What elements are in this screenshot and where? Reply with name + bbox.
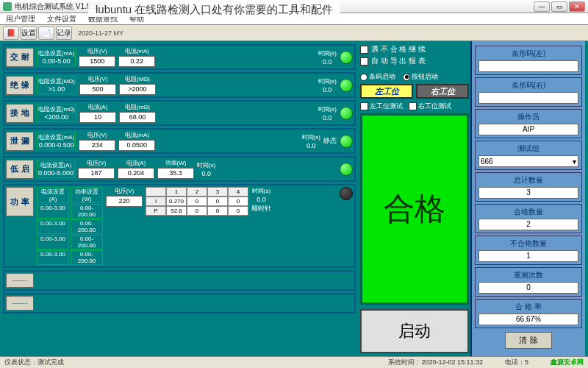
right-station-button[interactable]: 右工位 xyxy=(416,84,469,99)
test-rows-panel: 交 耐 电流设置(mA)0.00-5.00 电压(V)1500 电流(mA)0.… xyxy=(0,41,359,356)
row-jueyuan: 绝 缘 电阻设置(MΩ)>1.00 电压(V)500 电阻(MΩ)>2000 时… xyxy=(3,72,356,98)
row-xielou: 泄 漏 电流设置(mA)0.000-0.500 电压(V)234 电流(mA)0… xyxy=(3,128,356,154)
row-jiaonai: 交 耐 电流设置(mA)0.00-5.00 电压(V)1500 电流(mA)0.… xyxy=(3,44,356,70)
tool-book-icon[interactable]: 📕 xyxy=(3,26,19,40)
barcode-right-input[interactable] xyxy=(478,92,578,104)
statusbar: 仪表状态：测试完成 系统时间：2020-12-02 15:11:32 电话：5 … xyxy=(0,356,588,368)
app-icon xyxy=(3,2,12,11)
status-led-icon xyxy=(340,187,353,200)
barcode-left-input[interactable] xyxy=(478,60,578,72)
row-diqi: 低 启 电流设置(A)0.000-5.000 电压(V)187 电流(A)0.2… xyxy=(3,156,356,182)
toolbar-date: 2020-11-27 MY xyxy=(78,29,123,37)
row-placeholder: ------ xyxy=(3,270,356,291)
menu-user[interactable]: 用户管理 xyxy=(0,14,41,24)
pass-count: 2 xyxy=(478,219,578,230)
menu-file[interactable]: 文件设置 xyxy=(41,14,82,24)
tool-doc-icon[interactable]: 📄 xyxy=(38,26,54,40)
status-led-icon xyxy=(340,79,353,92)
clear-button[interactable]: 清 除 xyxy=(505,332,551,349)
current-value: 0.22 xyxy=(118,56,155,67)
start-button[interactable]: 启动 xyxy=(360,309,469,353)
checkbox-right-test[interactable] xyxy=(409,102,417,110)
checkbox-left-test[interactable] xyxy=(360,102,368,110)
checkbox-export[interactable] xyxy=(360,57,368,66)
result-display: 合格 xyxy=(360,113,469,305)
row-gonglv: 功 率 电流设置(A)功率设置(W) 0.00-3.000.00-200.00 … xyxy=(3,184,356,268)
tool-record-button[interactable]: 记录 xyxy=(56,26,72,40)
phone: 电话：5 xyxy=(505,358,528,367)
row-jiedi: 接 地 电阻设置(mΩ)<200.00 电流(A)10 电阻(mΩ)68.00 … xyxy=(3,100,356,126)
chevron-down-icon: ▾ xyxy=(573,158,576,166)
radio-barcode-start[interactable] xyxy=(360,74,368,81)
row-placeholder: ------ xyxy=(3,293,356,314)
status-led-icon xyxy=(340,51,353,64)
close-button[interactable]: ✕ xyxy=(569,1,585,12)
radio-button-start[interactable] xyxy=(403,74,410,81)
tool-settings-button[interactable]: 设置 xyxy=(21,26,37,40)
status-led-icon xyxy=(340,135,353,148)
maximize-button[interactable]: ▭ xyxy=(551,1,567,12)
minimize-button[interactable]: — xyxy=(534,1,550,12)
retest-count: 0 xyxy=(478,282,578,294)
fail-count: 1 xyxy=(478,250,578,262)
control-panel: 遇 不 合 格 继 续 自 动 导 出 报 表 条码启动 按钮启动 左工位 右工… xyxy=(359,41,470,356)
toolbar: 📕 设置 📄 记录 2020-11-27 MY xyxy=(0,25,588,41)
operator-value: AIP xyxy=(478,124,578,135)
power-grid: 1234 I0.270000 P52.8000 xyxy=(146,187,248,216)
watermark: 鑫源安卓网 xyxy=(551,358,584,367)
left-station-button[interactable]: 左工位 xyxy=(360,84,413,99)
test-group-select[interactable]: 666▾ xyxy=(478,155,578,167)
voltage-value: 1500 xyxy=(79,56,115,67)
banner-text: lubuntu 在线路检测入口处有你需要的工具和配件 xyxy=(88,3,340,17)
system-time: 系统时间：2020-12-02 15:11:32 xyxy=(388,358,483,367)
instrument-status: 仪表状态：测试完成 xyxy=(4,358,64,367)
stats-panel: 条形码(左) 条形码(右) 操作员AIP 测试组666▾ 总计数量3 合格数量2… xyxy=(470,41,585,356)
total-count: 3 xyxy=(478,187,578,199)
row-label: 交 耐 xyxy=(6,48,34,67)
status-led-icon xyxy=(340,163,353,176)
pass-rate: 66.67% xyxy=(478,314,578,325)
checkbox-continue[interactable] xyxy=(360,46,368,54)
status-led-icon xyxy=(340,107,353,120)
